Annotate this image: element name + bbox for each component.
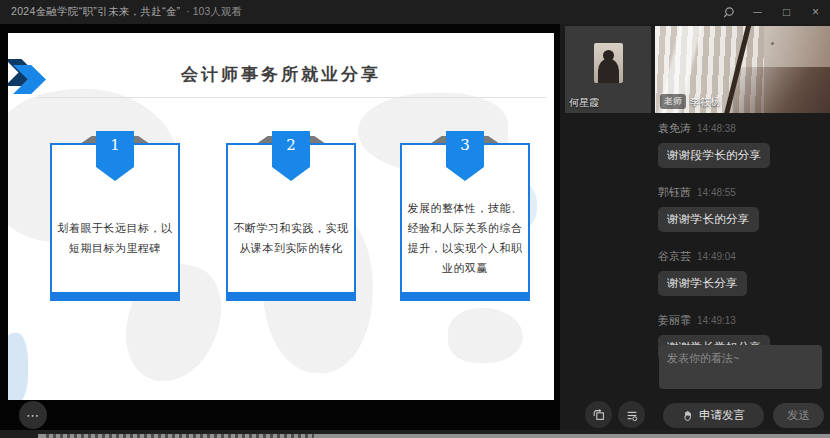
- teacher-label: 老师 李筱杨: [660, 94, 720, 109]
- card-bottom-bar: [402, 292, 528, 299]
- chat-display-settings-button[interactable]: [618, 401, 645, 428]
- card-text: 发展的整体性，技能、经验和人际关系的综合提升，以实现个人和职业的双赢: [407, 198, 523, 278]
- chat-timestamp: 14:49:04: [697, 251, 736, 262]
- card-bottom-bar: [52, 292, 178, 299]
- teacher-name: 李筱杨: [690, 95, 720, 109]
- chat-input-box[interactable]: [659, 345, 822, 389]
- slide-card-3: 3 发展的整体性，技能、经验和人际关系的综合提升，以实现个人和职业的双赢: [400, 143, 530, 301]
- slide-card-2: 2 不断学习和实践，实现从课本到实际的转化: [226, 143, 356, 301]
- presentation-stage: 会计师事务所就业分享 1 划着眼于长远目标，以短期目标为里程碑 2 不断学习和实…: [0, 24, 560, 432]
- chat-bubble: 谢谢学长分享: [658, 271, 747, 296]
- window-title: 2024金融学院“职”引未来，共赴“金”: [11, 5, 180, 19]
- switch-view-button[interactable]: [585, 401, 612, 428]
- chat-timestamp: 14:48:38: [697, 123, 736, 134]
- raise-hand-icon: [682, 410, 694, 422]
- chat-timestamp: 14:49:13: [697, 315, 736, 326]
- teacher-badge: 老师: [660, 94, 686, 109]
- maximize-button[interactable]: □: [772, 0, 801, 24]
- more-options-button[interactable]: ⋯: [19, 401, 47, 429]
- card-text: 划着眼于长远目标，以短期目标为里程碑: [57, 218, 173, 258]
- request-speak-button[interactable]: 申请发言: [663, 403, 764, 428]
- magnifier-icon[interactable]: [714, 0, 743, 24]
- chat-message-list[interactable]: 袁免涛14:48:38 谢谢段学长的分享 郭钰茜14:48:55 谢谢学长的分享…: [658, 121, 826, 377]
- title-divider: [38, 97, 546, 98]
- avatar: [594, 43, 623, 83]
- card-number: 1: [110, 136, 120, 154]
- card-bottom-bar: [228, 292, 354, 299]
- slide-card-1: 1 划着眼于长远目标，以短期目标为里程碑: [50, 143, 180, 301]
- teacher-video-tile[interactable]: 老师 李筱杨: [655, 26, 830, 113]
- chat-sender: 谷京芸: [658, 250, 691, 262]
- chat-sender: 袁免涛: [658, 122, 691, 134]
- chat-timestamp: 14:48:55: [697, 187, 736, 198]
- minimize-button[interactable]: ─: [743, 0, 772, 24]
- switch-view-icon: [592, 408, 606, 422]
- request-speak-label: 申请发言: [699, 408, 745, 423]
- chat-sender: 郭钰茜: [658, 186, 691, 198]
- chat-message: 谷京芸14:49:04 谢谢学长分享: [658, 249, 826, 296]
- card-text: 不断学习和实践，实现从课本到实际的转化: [233, 218, 349, 258]
- send-button[interactable]: 发送: [773, 403, 824, 428]
- chat-input[interactable]: [659, 345, 822, 389]
- chat-bubble: 谢谢学长的分享: [658, 207, 759, 232]
- meeting-window: 2024金融学院“职”引未来，共赴“金” · 103人观看 ─ □ × 会计师事…: [0, 0, 830, 438]
- titlebar: 2024金融学院“职”引未来，共赴“金” · 103人观看 ─ □ ×: [0, 0, 830, 24]
- slide: 会计师事务所就业分享 1 划着眼于长远目标，以短期目标为里程碑 2 不断学习和实…: [8, 33, 554, 400]
- chat-message: 袁免涛14:48:38 谢谢段学长的分享: [658, 121, 826, 168]
- chat-display-settings-icon: [625, 408, 639, 422]
- slide-title: 会计师事务所就业分享: [8, 63, 554, 86]
- close-button[interactable]: ×: [801, 0, 830, 24]
- chat-bubble: 谢谢段学长的分享: [658, 143, 770, 168]
- chat-message: 郭钰茜14:48:55 谢谢学长的分享: [658, 185, 826, 232]
- world-map-decoration: [448, 308, 523, 363]
- card-number: 2: [286, 136, 296, 154]
- window-controls: ─ □ ×: [714, 0, 830, 24]
- card-number: 3: [460, 136, 470, 154]
- world-map-decoration: [8, 333, 28, 400]
- participant-name: 何星霞: [569, 96, 599, 110]
- participant-tile[interactable]: 何星霞: [565, 26, 651, 113]
- background-window-edge: [0, 430, 830, 438]
- chat-sender: 姜丽霏: [658, 314, 691, 326]
- viewer-count: · 103人观看: [186, 5, 241, 19]
